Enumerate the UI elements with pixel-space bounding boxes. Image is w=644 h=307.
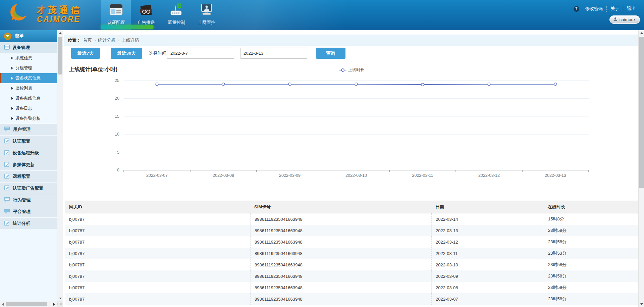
chat-icon	[4, 197, 10, 203]
data-point[interactable]	[156, 83, 158, 86]
table-cell: bj00787	[65, 282, 250, 293]
table-cell: 89861119235041663948	[250, 282, 431, 293]
last-30-days-button[interactable]: 最近30天	[111, 48, 142, 59]
sidebar-vertical-scrollbar[interactable]	[57, 30, 63, 301]
table-row[interactable]: bj00787898611192350416639482022-03-0923时…	[65, 270, 638, 282]
scroll-down-icon[interactable]	[639, 301, 644, 307]
table-row[interactable]: bj00787898611192350416639482022-03-0723时…	[65, 293, 638, 305]
sidebar-item-stats-analysis[interactable]: 统计分析	[0, 217, 57, 229]
sidebar-item-post-auth-ad-config[interactable]: 认证后广告配置	[0, 182, 57, 194]
breadcrumb-item[interactable]: 统计分析	[98, 37, 115, 43]
sidebar-item-device-remote-upgrade[interactable]: 设备远程升级	[0, 147, 57, 159]
table-cell: 2022-03-13	[431, 225, 544, 236]
about-link[interactable]: 关于	[606, 6, 623, 12]
arrow-right-icon	[11, 87, 13, 90]
sidebar-main-list: 用户管理认证配置设备远程升级多媒体更新远程配置认证后广告配置行为管理平台管理统计…	[0, 123, 57, 229]
sidebar-item-auth-config[interactable]: 认证配置	[0, 135, 57, 147]
sidebar-item-system-info[interactable]: 系统信息	[0, 53, 57, 63]
main-vertical-scrollbar[interactable]	[638, 30, 644, 307]
chat-icon	[4, 126, 10, 133]
svg-text:20: 20	[115, 96, 119, 101]
sidebar-item-device-offline[interactable]: 设备离线信息	[0, 93, 57, 103]
nav-tab-traffic-control[interactable]: 流量控制	[162, 0, 191, 30]
sidebar-item-label: 设备离线信息	[15, 96, 41, 101]
svg-text:2022-03-10: 2022-03-10	[345, 173, 367, 178]
sidebar-item-device-log[interactable]: 设备日志	[0, 103, 57, 113]
data-point[interactable]	[222, 83, 225, 86]
sidebar-group-device-mgmt[interactable]: 设备管理	[0, 42, 57, 53]
change-password-link[interactable]: 修改密码	[582, 6, 606, 12]
table-cell: 89861119235041663948	[250, 270, 431, 282]
breadcrumb-item[interactable]: 上线详情	[122, 37, 139, 43]
table-row[interactable]: bj00787898611192350416639482022-03-1415时…	[65, 213, 638, 225]
data-point[interactable]	[554, 83, 557, 86]
sidebar-hscroll-thumb[interactable]	[6, 302, 47, 306]
table-row[interactable]: bj00787898611192350416639482022-03-1323时…	[65, 225, 638, 236]
breadcrumb-item[interactable]: 首页	[83, 37, 92, 43]
scroll-right-icon[interactable]	[51, 301, 57, 307]
table-row[interactable]: bj00787898611192350416639482022-03-1023时…	[65, 259, 638, 270]
data-point[interactable]	[355, 83, 358, 86]
column-header: SIM卡号	[250, 201, 431, 213]
svg-text:10: 10	[115, 132, 119, 137]
edit-icon	[4, 150, 10, 156]
breadcrumb-separator: ›	[118, 38, 119, 43]
start-date-input[interactable]	[167, 48, 234, 59]
table-row[interactable]: bj00787898611192350416639482022-03-1223时…	[65, 236, 638, 248]
end-date-input[interactable]	[240, 48, 307, 59]
table-cell: bj00787	[65, 213, 250, 225]
table-cell: bj00787	[65, 225, 250, 236]
chart-svg: 05101520252022-03-072022-03-082022-03-09…	[65, 63, 638, 196]
sidebar-item-label: 行为管理	[13, 197, 31, 203]
ad-push-icon	[131, 3, 161, 19]
scroll-left-icon[interactable]	[0, 301, 6, 307]
sidebar-item-group-mgmt[interactable]: 分组管理	[0, 63, 57, 73]
table-cell: 23时58分	[544, 259, 638, 270]
sidebar-item-device-alarm[interactable]: 设备告警分析	[0, 113, 57, 123]
main-vscroll-thumb[interactable]	[639, 37, 644, 188]
sidebar-item-label: 平台管理	[13, 209, 31, 215]
edit-icon	[4, 220, 10, 227]
query-button[interactable]: 查询	[316, 48, 345, 59]
table-cell: bj00787	[65, 259, 250, 270]
legend-marker-icon	[339, 70, 346, 70]
table-cell: 89861119235041663948	[250, 225, 431, 236]
sidebar-horizontal-scrollbar[interactable]	[0, 301, 57, 307]
person-icon	[613, 17, 618, 22]
table-row[interactable]: bj00787898611192350416639482022-03-1123时…	[65, 248, 638, 259]
table-cell: 89861119235041663948	[250, 236, 431, 248]
sidebar-item-monitor-list[interactable]: 监控列表	[0, 83, 57, 93]
data-point[interactable]	[288, 83, 291, 86]
scroll-up-icon[interactable]	[639, 30, 644, 36]
sidebar-item-remote-config[interactable]: 远程配置	[0, 170, 57, 182]
sidebar-vscroll-thumb[interactable]	[58, 37, 62, 74]
sidebar-item-user-mgmt[interactable]: 用户管理	[0, 123, 57, 135]
arrow-right-icon	[11, 107, 13, 110]
scroll-up-icon[interactable]	[57, 30, 63, 36]
top-bar: 才茂通信 CAIMORE 认证配置广告推送流量控制上网管控 ? 修改密码关于退出…	[0, 0, 644, 30]
chart-legend[interactable]: 上线时长	[65, 67, 638, 73]
scroll-down-icon[interactable]	[57, 296, 63, 301]
data-point[interactable]	[421, 83, 424, 86]
sidebar-menu-header[interactable]: 菜单	[0, 30, 57, 42]
nav-tab-net-control[interactable]: 上网管控	[192, 0, 221, 30]
user-pill[interactable]: caimore	[609, 15, 640, 24]
help-icon[interactable]: ?	[574, 6, 579, 12]
sidebar-item-behavior-mgmt[interactable]: 行为管理	[0, 194, 57, 206]
sidebar-item-label: 远程配置	[13, 173, 30, 180]
sidebar-menu-title: 菜单	[15, 33, 24, 39]
table-row[interactable]: bj00787898611192350416639482022-03-0823时…	[65, 282, 638, 293]
logout-link[interactable]: 退出	[623, 6, 639, 12]
report-table: 网关IDSIM卡号日期在线时长 bj0078789861119235041663…	[65, 201, 638, 305]
table-cell: 2022-03-08	[431, 282, 544, 293]
sidebar-item-label: 设备状态信息	[15, 75, 41, 81]
sidebar-item-device-status[interactable]: 设备状态信息	[0, 73, 57, 83]
table-cell: bj00787	[65, 270, 250, 282]
sidebar-item-label: 分组管理	[15, 65, 32, 71]
last-7-days-button[interactable]: 最近7天	[71, 48, 100, 59]
data-point[interactable]	[488, 83, 490, 86]
sidebar-item-multimedia-update[interactable]: 多媒体更新	[0, 159, 57, 170]
arrow-right-icon	[11, 97, 13, 100]
sidebar: 菜单 设备管理 系统信息分组管理设备状态信息监控列表设备离线信息设备日志设备告警…	[0, 30, 63, 307]
sidebar-item-platform-mgmt[interactable]: 平台管理	[0, 206, 57, 217]
